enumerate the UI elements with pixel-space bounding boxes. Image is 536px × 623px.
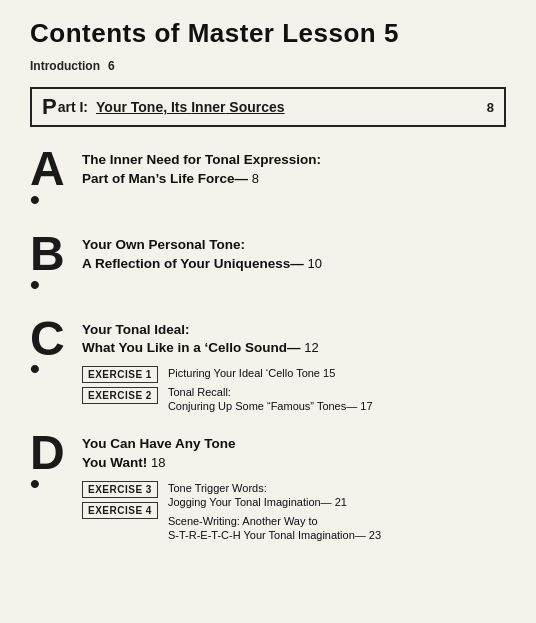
section-d-exercises: EXERCISE 3 EXERCISE 4 Tone Trigger Words… — [82, 481, 506, 542]
intro-label: Introduction — [30, 59, 100, 73]
section-d-content: You Can Have Any Tone You Want! 18 EXERC… — [82, 433, 506, 542]
section-a-heading: The Inner Need for Tonal Expression: Par… — [82, 151, 506, 189]
exercise-2-label: EXERCISE 2 — [82, 387, 158, 404]
exercise-3-desc: Tone Trigger Words: Jogging Your Tonal I… — [168, 481, 381, 510]
part1-title-after: Sources — [225, 99, 284, 115]
part1-letter: P — [42, 94, 56, 120]
exercise-1-label: EXERCISE 1 — [82, 366, 158, 383]
part1-page: 8 — [487, 100, 494, 115]
intro-page: 6 — [108, 59, 115, 73]
section-c: C • Your Tonal Ideal: What You Like in a… — [30, 319, 506, 414]
exercise-2-desc: Tonal Recall: Conjuring Up Some “Famous”… — [168, 385, 373, 414]
section-a-letter: A • — [30, 149, 82, 214]
section-c-content: Your Tonal Ideal: What You Like in a ‘Ce… — [82, 319, 506, 414]
section-d-exercise-descs: Tone Trigger Words: Jogging Your Tonal I… — [168, 481, 381, 542]
section-c-exercise-descs: Picturing Your Ideal ‘Cello Tone 15 Tona… — [168, 366, 373, 413]
intro-line: Introduction 6 — [30, 59, 506, 73]
section-d: D • You Can Have Any Tone You Want! 18 E… — [30, 433, 506, 542]
exercise-4-desc: Scene-Writing: Another Way to S-T-R-E-T-… — [168, 514, 381, 543]
section-c-exercises: EXERCISE 1 EXERCISE 2 Picturing Your Ide… — [82, 366, 506, 413]
section-d-exercise-labels: EXERCISE 3 EXERCISE 4 — [82, 481, 158, 542]
section-b: B • Your Own Personal Tone: A Reflection… — [30, 234, 506, 299]
part1-title: Your Tone, Its Inner Sources — [96, 99, 479, 115]
section-b-content: Your Own Personal Tone: A Reflection of … — [82, 234, 506, 274]
exercise-1-desc: Picturing Your Ideal ‘Cello Tone 15 — [168, 366, 373, 380]
section-b-heading: Your Own Personal Tone: A Reflection of … — [82, 236, 506, 274]
section-a: A • The Inner Need for Tonal Expression:… — [30, 149, 506, 214]
section-d-heading: You Can Have Any Tone You Want! 18 — [82, 435, 506, 473]
exercise-3-label: EXERCISE 3 — [82, 481, 158, 498]
part1-label-rest: art I: — [58, 99, 88, 115]
part1-box: Part I: Your Tone, Its Inner Sources 8 — [30, 87, 506, 127]
exercise-4-label: EXERCISE 4 — [82, 502, 158, 519]
section-d-letter: D • — [30, 433, 82, 498]
part1-title-underline: Inner — [191, 99, 225, 115]
page-title: Contents of Master Lesson 5 — [30, 18, 506, 49]
part1-title-plain: Your Tone, Its — [96, 99, 191, 115]
section-c-letter: C • — [30, 319, 82, 384]
section-c-heading: Your Tonal Ideal: What You Like in a ‘Ce… — [82, 321, 506, 359]
section-b-letter: B • — [30, 234, 82, 299]
section-c-exercise-labels: EXERCISE 1 EXERCISE 2 — [82, 366, 158, 413]
section-a-content: The Inner Need for Tonal Expression: Par… — [82, 149, 506, 189]
